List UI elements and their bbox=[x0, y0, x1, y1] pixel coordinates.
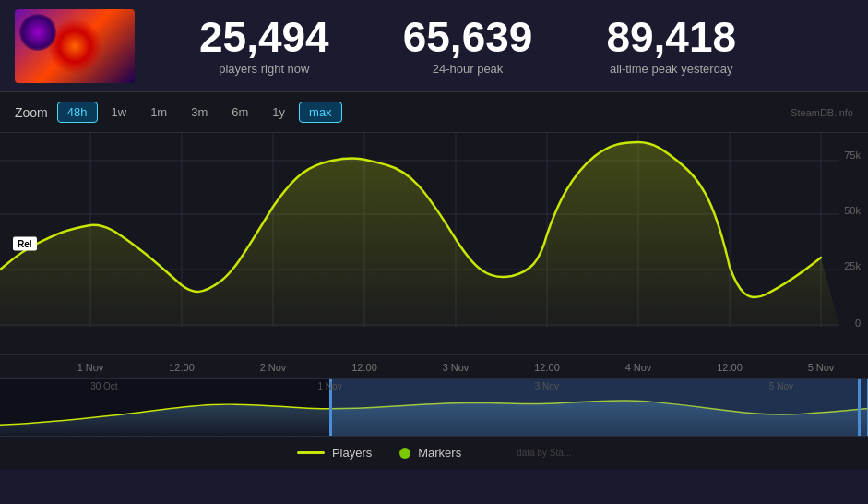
legend-players: Players bbox=[297, 446, 372, 460]
x-label-12-3: 12:00 bbox=[534, 362, 560, 373]
legend-players-label: Players bbox=[332, 446, 372, 460]
mini-chart[interactable]: 30 Oct 1 Nov 3 Nov 5 Nov bbox=[0, 378, 868, 436]
peak-24h-value: 65,639 bbox=[403, 16, 533, 58]
x-label-1nov: 1 Nov bbox=[77, 362, 104, 373]
legend-markers-label: Markers bbox=[418, 446, 461, 460]
y-label-50k: 50k bbox=[844, 205, 861, 216]
mini-date-30oct: 30 Oct bbox=[90, 381, 117, 391]
mini-date-3nov: 3 Nov bbox=[535, 381, 559, 391]
y-label-0: 0 bbox=[855, 318, 861, 329]
x-label-2nov: 2 Nov bbox=[260, 362, 287, 373]
legend-players-line bbox=[297, 451, 325, 454]
zoom-1m[interactable]: 1m bbox=[140, 102, 177, 123]
current-players-value: 25,494 bbox=[199, 16, 329, 58]
main-chart: 75k 50k 25k 0 Rel bbox=[0, 133, 868, 354]
y-label-25k: 25k bbox=[844, 260, 861, 271]
legend-markers-dot bbox=[399, 448, 410, 459]
x-label-3nov: 3 Nov bbox=[443, 362, 470, 373]
y-label-75k: 75k bbox=[844, 150, 861, 161]
all-time-peak-label: all-time peak yesterday bbox=[606, 62, 736, 76]
zoom-bar: Zoom 48h 1w 1m 3m 6m 1y max SteamDB.info bbox=[0, 92, 868, 133]
mini-date-5nov: 5 Nov bbox=[769, 381, 793, 391]
rel-badge: Rel bbox=[13, 237, 37, 251]
peak-24h-block: 65,639 24-hour peak bbox=[403, 16, 533, 76]
x-label-12-2: 12:00 bbox=[351, 362, 377, 373]
zoom-1y[interactable]: 1y bbox=[262, 102, 295, 123]
zoom-1w[interactable]: 1w bbox=[101, 102, 137, 123]
legend: Players Markers data by Sta... bbox=[0, 436, 868, 469]
all-time-peak-value: 89,418 bbox=[606, 16, 736, 58]
zoom-max[interactable]: max bbox=[299, 102, 342, 123]
x-label-12-1: 12:00 bbox=[169, 362, 195, 373]
legend-markers: Markers bbox=[399, 446, 461, 460]
x-axis: 1 Nov 12:00 2 Nov 12:00 3 Nov 12:00 4 No… bbox=[0, 354, 868, 378]
game-thumbnail bbox=[15, 9, 135, 83]
zoom-3m[interactable]: 3m bbox=[181, 102, 218, 123]
current-players-label: players right now bbox=[199, 62, 329, 76]
mini-date-1nov: 1 Nov bbox=[318, 381, 342, 391]
zoom-6m[interactable]: 6m bbox=[221, 102, 258, 123]
zoom-48h[interactable]: 48h bbox=[57, 102, 98, 123]
data-credit: data by Sta... bbox=[517, 448, 571, 458]
all-time-peak-block: 89,418 all-time peak yesterday bbox=[606, 16, 736, 76]
current-players-block: 25,494 players right now bbox=[199, 16, 329, 76]
chart-svg bbox=[0, 133, 868, 354]
header: 25,494 players right now 65,639 24-hour … bbox=[0, 0, 868, 92]
peak-24h-label: 24-hour peak bbox=[403, 62, 533, 76]
x-label-4nov: 4 Nov bbox=[625, 362, 652, 373]
zoom-label: Zoom bbox=[15, 105, 48, 120]
steamdb-credit: SteamDB.info bbox=[791, 107, 853, 118]
x-label-12-4: 12:00 bbox=[717, 362, 743, 373]
x-label-5nov: 5 Nov bbox=[808, 362, 835, 373]
